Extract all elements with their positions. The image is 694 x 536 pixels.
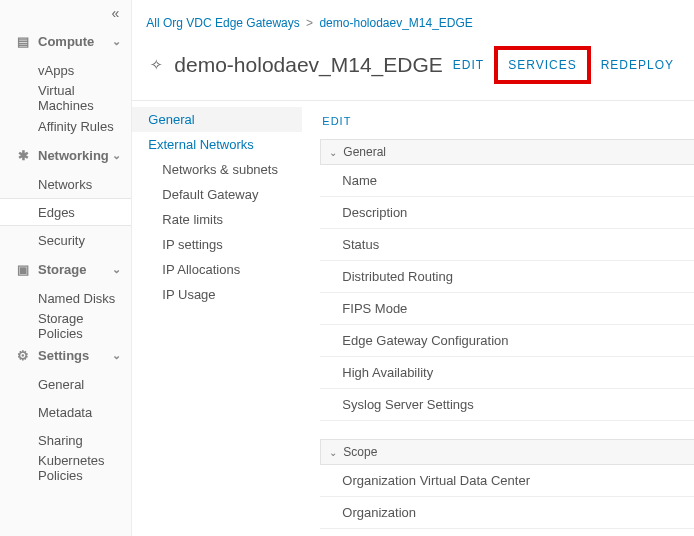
prop-distributed-routing: Distributed Routing <box>320 261 694 293</box>
prop-description: Description <box>320 197 694 229</box>
sidebar-section-label: Storage <box>32 262 112 277</box>
settings-icon: ⚙ <box>14 348 32 363</box>
chevron-double-left-icon: « <box>112 5 120 21</box>
chevron-down-icon: ⌄ <box>329 147 337 158</box>
subnav-ip-usage[interactable]: IP Usage <box>132 282 302 307</box>
prop-organization: Organization <box>320 497 694 529</box>
group-title: General <box>343 145 386 159</box>
sidebar-item-vapps[interactable]: vApps <box>0 56 131 84</box>
group-title: Scope <box>343 445 377 459</box>
sidebar-item-virtual-machines[interactable]: Virtual Machines <box>0 84 131 112</box>
sidebar-section-label: Networking <box>32 148 112 163</box>
subnav-rate-limits[interactable]: Rate limits <box>132 207 302 232</box>
group-header-general[interactable]: ⌄ General <box>320 139 694 165</box>
subnav: General External Networks Networks & sub… <box>132 100 302 536</box>
sidebar-item-label: Virtual Machines <box>38 83 131 113</box>
sidebar-item-label: Security <box>38 233 85 248</box>
sidebar-item-kubernetes-policies[interactable]: Kubernetes Policies <box>0 454 131 482</box>
services-action[interactable]: SERVICES <box>494 46 590 84</box>
sidebar-item-sharing[interactable]: Sharing <box>0 426 131 454</box>
main-pane: All Org VDC Edge Gateways > demo-holodae… <box>132 0 694 536</box>
edge-gateway-icon: ✧ <box>146 55 166 75</box>
prop-status: Status <box>320 229 694 261</box>
detail-panel: EDIT ⌄ General Name Description Status D… <box>302 100 694 536</box>
sidebar-section-compute[interactable]: ▤ Compute ⌄ <box>0 26 131 56</box>
sidebar-item-label: vApps <box>38 63 74 78</box>
prop-fips-mode: FIPS Mode <box>320 293 694 325</box>
chevron-down-icon: ⌄ <box>112 149 121 162</box>
edit-action[interactable]: EDIT <box>443 50 494 80</box>
content-row: General External Networks Networks & sub… <box>132 100 694 536</box>
sidebar-item-label: Sharing <box>38 433 83 448</box>
prop-edge-gateway-config: Edge Gateway Configuration <box>320 325 694 357</box>
redeploy-action[interactable]: REDEPLOY <box>591 50 684 80</box>
sidebar-item-networks[interactable]: Networks <box>0 170 131 198</box>
chevron-down-icon: ⌄ <box>112 263 121 276</box>
sidebar-item-metadata[interactable]: Metadata <box>0 398 131 426</box>
prop-high-availability: High Availability <box>320 357 694 389</box>
breadcrumb-sep: > <box>303 16 316 30</box>
sidebar: « ▤ Compute ⌄ vApps Virtual Machines Aff… <box>0 0 132 536</box>
subnav-default-gateway[interactable]: Default Gateway <box>132 182 302 207</box>
subnav-ip-settings[interactable]: IP settings <box>132 232 302 257</box>
prop-name: Name <box>320 165 694 197</box>
breadcrumb: All Org VDC Edge Gateways > demo-holodae… <box>132 0 694 40</box>
sidebar-item-label: Storage Policies <box>38 311 131 341</box>
title-row: ✧ demo-holodaev_M14_EDGE EDIT SERVICES R… <box>132 40 694 100</box>
networking-icon: ✱ <box>14 148 32 163</box>
sidebar-item-label: Networks <box>38 177 92 192</box>
sidebar-section-networking[interactable]: ✱ Networking ⌄ <box>0 140 131 170</box>
sidebar-section-storage[interactable]: ▣ Storage ⌄ <box>0 254 131 284</box>
chevron-down-icon: ⌄ <box>112 35 121 48</box>
subnav-external-networks[interactable]: External Networks <box>132 132 302 157</box>
group-header-scope[interactable]: ⌄ Scope <box>320 439 694 465</box>
sidebar-section-label: Settings <box>32 348 112 363</box>
sidebar-item-edges[interactable]: Edges <box>0 198 131 226</box>
subnav-general[interactable]: General <box>132 107 302 132</box>
title-actions: EDIT SERVICES REDEPLOY <box>443 46 694 84</box>
sidebar-item-security[interactable]: Security <box>0 226 131 254</box>
subnav-networks-subnets[interactable]: Networks & subnets <box>132 157 302 182</box>
prop-syslog: Syslog Server Settings <box>320 389 694 421</box>
sidebar-collapse[interactable]: « <box>0 0 131 26</box>
sidebar-item-label: Kubernetes Policies <box>38 453 131 483</box>
sidebar-item-label: General <box>38 377 84 392</box>
sidebar-item-label: Edges <box>38 205 75 220</box>
chevron-down-icon: ⌄ <box>329 447 337 458</box>
compute-icon: ▤ <box>14 34 32 49</box>
sidebar-item-label: Metadata <box>38 405 92 420</box>
subnav-ip-allocations[interactable]: IP Allocations <box>132 257 302 282</box>
prop-org-vdc: Organization Virtual Data Center <box>320 465 694 497</box>
sidebar-item-named-disks[interactable]: Named Disks <box>0 284 131 312</box>
sidebar-item-storage-policies[interactable]: Storage Policies <box>0 312 131 340</box>
sidebar-section-label: Compute <box>32 34 112 49</box>
breadcrumb-current: demo-holodaev_M14_EDGE <box>319 16 472 30</box>
breadcrumb-root[interactable]: All Org VDC Edge Gateways <box>146 16 299 30</box>
chevron-down-icon: ⌄ <box>112 349 121 362</box>
sidebar-section-settings[interactable]: ⚙ Settings ⌄ <box>0 340 131 370</box>
detail-edit-button[interactable]: EDIT <box>320 111 694 139</box>
sidebar-item-label: Affinity Rules <box>38 119 114 134</box>
sidebar-item-affinity-rules[interactable]: Affinity Rules <box>0 112 131 140</box>
storage-icon: ▣ <box>14 262 32 277</box>
page-title: demo-holodaev_M14_EDGE <box>166 53 443 77</box>
sidebar-item-general[interactable]: General <box>0 370 131 398</box>
sidebar-item-label: Named Disks <box>38 291 115 306</box>
